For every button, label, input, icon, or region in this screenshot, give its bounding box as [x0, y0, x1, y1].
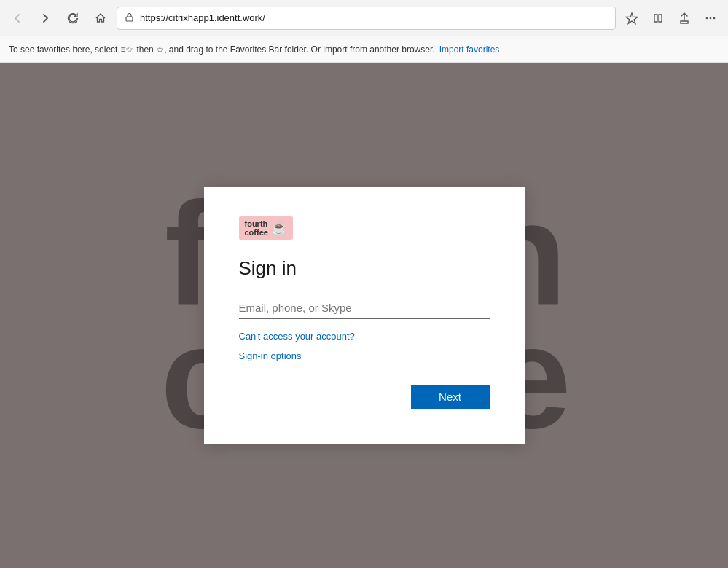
back-button[interactable]	[6, 7, 29, 30]
favorites-bar: To see favorites here, select ≡☆ then ☆,…	[0, 36, 728, 63]
home-button[interactable]	[89, 7, 112, 30]
url-text: https://citrixhapp1.identt.work/	[140, 12, 608, 23]
svg-point-1	[706, 17, 708, 19]
logo-text: fourth coffee	[245, 219, 268, 237]
share-button[interactable]	[673, 7, 696, 30]
next-button[interactable]: Next	[411, 385, 490, 409]
svg-rect-0	[126, 17, 133, 21]
address-bar[interactable]: https://citrixhapp1.identt.work/	[117, 7, 616, 30]
logo-container: fourth coffee ☕	[239, 216, 293, 240]
signin-card: fourth coffee ☕ Sign in Can't access you…	[204, 187, 525, 444]
logo-brand-line1: fourth	[245, 219, 268, 228]
email-input[interactable]	[239, 297, 490, 319]
signin-options-link[interactable]: Sign-in options	[239, 350, 490, 361]
refresh-button[interactable]	[61, 7, 85, 30]
logo-cup-icon: ☕	[271, 220, 287, 236]
page-background: fourth coffee fourth coffee ☕ Sign in Ca…	[0, 63, 728, 568]
favorites-star-button[interactable]	[620, 7, 643, 30]
reading-view-button[interactable]	[646, 7, 670, 30]
favorites-bar-text: To see favorites here, select	[9, 44, 117, 55]
signin-title: Sign in	[239, 257, 490, 280]
logo-brand-line2: coffee	[245, 228, 268, 237]
next-btn-row: Next	[239, 385, 490, 409]
forward-button[interactable]	[34, 7, 57, 30]
svg-point-3	[713, 17, 716, 19]
import-favorites-link[interactable]: Import favorites	[439, 44, 500, 55]
toolbar-icons	[620, 7, 722, 30]
favorites-menu-icon: ≡☆	[120, 44, 133, 55]
svg-point-2	[710, 17, 712, 19]
cant-access-link[interactable]: Can't access your account?	[239, 331, 490, 342]
favorites-bar-text2: then ☆, and drag to the Favorites Bar fo…	[136, 44, 434, 55]
more-button[interactable]	[699, 7, 722, 30]
browser-titlebar: https://citrixhapp1.identt.work/	[0, 0, 728, 36]
email-input-wrapper	[239, 297, 490, 319]
brand-logo: fourth coffee ☕	[239, 216, 490, 240]
lock-icon	[125, 12, 134, 24]
